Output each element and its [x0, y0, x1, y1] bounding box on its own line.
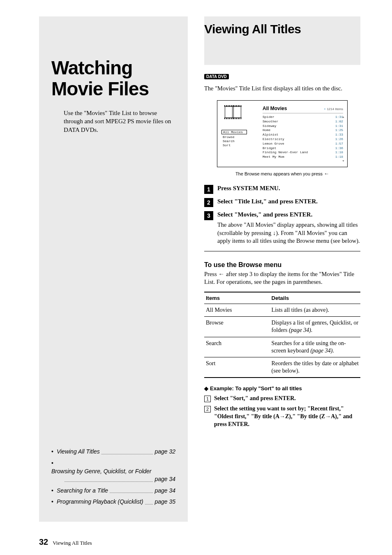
arrow-left-icon: ←	[218, 271, 224, 277]
step-number: 1	[204, 185, 213, 194]
ex-step-body: Select the setting you want to sort by; …	[214, 405, 360, 428]
scroll-down-icon: ▼	[342, 159, 345, 163]
browse-text: Press ← after step 3 to display the item…	[204, 270, 360, 286]
table-row: SearchSearches for a title using the on-…	[204, 337, 360, 357]
section-title: Viewing All Titles	[204, 22, 360, 36]
ui-nav: All Movies Browse Search Sort	[221, 129, 254, 147]
chapter-title: Watching Movie Files	[51, 58, 175, 99]
main-column: Viewing All Titles DATA DVD The "Movies"…	[204, 16, 360, 431]
toc-item: Browsing by Genre, Quicklist, or Folder …	[51, 459, 175, 484]
th-details: Details	[270, 292, 360, 304]
step-number: 2	[204, 198, 213, 207]
browse-heading: To use the Browse menu	[204, 261, 360, 269]
footer-section: Viewing All Titles	[53, 540, 92, 546]
step-title: Select "Title List," and press ENTER.	[217, 198, 318, 205]
chapter-intro: Use the "Movies" Title List to browse th…	[51, 109, 175, 134]
toc-item: Viewing All Titlespage 32	[51, 448, 175, 456]
page-footer: 32 Viewing All Titles	[39, 537, 92, 547]
sidebar: Watching Movie Files Use the "Movies" Ti…	[39, 16, 188, 522]
step-title: Select "Movies," and press ENTER.	[217, 211, 312, 218]
steps-list: 1 Press SYSTEM MENU. 2 Select "Title Lis…	[204, 185, 360, 245]
items-table: Items Details All MoviesLists all titles…	[204, 292, 360, 378]
step: 1 Press SYSTEM MENU.	[204, 185, 360, 194]
example-step: 2 Select the setting you want to sort by…	[204, 405, 360, 428]
table-row: BrowseDisplays a list of genres, Quickli…	[204, 317, 360, 337]
ui-heading: All Movies	[263, 106, 287, 111]
table-row: All MoviesLists all titles (as above).	[204, 304, 360, 317]
toc-item: Programming Playback (Quicklist)page 35	[51, 498, 175, 506]
arrow-left-icon: ←	[324, 170, 329, 177]
table-row: SortReorders the titles by date or alpha…	[204, 357, 360, 378]
ui-screenshot: All Movies Browse Search Sort All Movies…	[217, 100, 348, 167]
th-items: Items	[204, 292, 270, 304]
step-body: The above "All Movies" display appears, …	[217, 221, 360, 245]
example-step: 1 Select "Sort," and press ENTER.	[204, 395, 360, 403]
step: 3 Select "Movies," and press ENTER. The …	[204, 211, 360, 245]
toc-list: Viewing All Titlespage 32 Browsing by Ge…	[51, 444, 175, 509]
data-dvd-badge: DATA DVD	[204, 74, 229, 79]
lead-text: The "Movies" Title List first displays a…	[204, 85, 360, 92]
ex-step-body: Select "Sort," and press ENTER.	[214, 395, 296, 403]
toc-item: Searching for a Titlepage 34	[51, 487, 175, 495]
ex-step-number: 1	[204, 396, 211, 402]
step: 2 Select "Title List," and press ENTER.	[204, 198, 360, 207]
film-icon	[225, 106, 241, 118]
example-heading: Example: To apply "Sort" to all titles	[204, 385, 360, 391]
main-title-bg: Viewing All Titles	[204, 16, 360, 65]
scroll-up-icon: ▲	[342, 115, 345, 119]
step-number: 3	[204, 211, 213, 220]
ui-count: 1214 Items	[324, 107, 343, 111]
ex-step-number: 2	[204, 406, 211, 412]
screenshot-caption: The Browse menu appears when you press ←	[204, 170, 360, 177]
page-number: 32	[39, 537, 48, 546]
step-title: Press SYSTEM MENU.	[217, 185, 280, 192]
